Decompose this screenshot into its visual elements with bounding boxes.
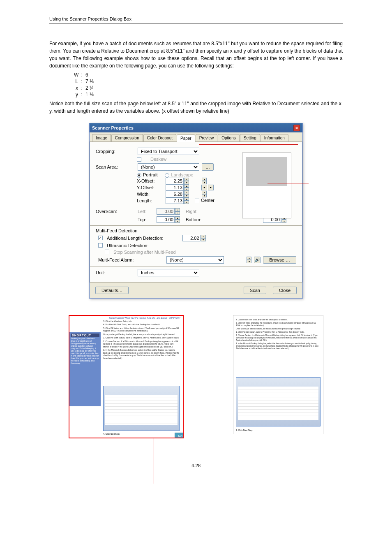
os-bottom-label: Bottom: bbox=[186, 217, 202, 222]
stop-label: Stop Scanning after Multi-Feed bbox=[113, 250, 176, 255]
overscan-label: OverScan: bbox=[96, 209, 135, 214]
thumb2-body: 4. Double-click Disk Tools, and click th… bbox=[236, 319, 321, 351]
setting-w: W:6 bbox=[74, 72, 343, 78]
tab-compression[interactable]: Compression bbox=[111, 134, 143, 141]
width-spin[interactable]: ▴▾ bbox=[166, 191, 189, 197]
os-top-label: Top: bbox=[138, 217, 154, 222]
os-left-label: Left: bbox=[138, 209, 154, 214]
cropping-label: Cropping: bbox=[96, 149, 135, 154]
xoffset-spin[interactable]: ▴▾ bbox=[166, 178, 189, 184]
browse-button[interactable]: Browse … bbox=[263, 256, 296, 264]
deskew-label: Deskew bbox=[150, 157, 166, 162]
length-label: Length: bbox=[137, 198, 161, 203]
ald-spin[interactable]: ▴▾ bbox=[182, 235, 206, 241]
ald-label: Additional Length Detection: bbox=[107, 236, 164, 241]
xoffset-label: X-Offset: bbox=[137, 178, 161, 183]
usd-checkbox[interactable] bbox=[98, 243, 103, 248]
cropped-page-thumb: tboardare ofhow thesoftwaremaking itbut … bbox=[233, 315, 323, 434]
callout-line-2 bbox=[267, 183, 309, 183]
usd-label: Ultrasonic Detection: bbox=[107, 243, 149, 248]
scroll-right-button[interactable]: ▸ bbox=[208, 185, 214, 190]
alarm-label: Multi-Feed Alarm: bbox=[98, 257, 164, 262]
tab-color-dropout[interactable]: Color Dropout bbox=[143, 134, 176, 141]
thumb-body: 3. Click the Windows Setup tab.4. Double… bbox=[103, 320, 180, 361]
tab-image[interactable]: Image bbox=[92, 134, 111, 141]
dialog-title: Scanner Properties bbox=[92, 125, 134, 130]
tab-information[interactable]: Information bbox=[261, 134, 288, 141]
scanarea-select[interactable]: (None) bbox=[138, 163, 199, 171]
unit-label: Unit: bbox=[96, 270, 135, 275]
tab-paper[interactable]: Paper bbox=[177, 134, 195, 142]
portrait-radio[interactable] bbox=[137, 173, 141, 178]
landscape-radio bbox=[165, 173, 169, 178]
tab-strip: Image Compression Color Dropout Paper Pr… bbox=[90, 132, 302, 142]
thumb2-figure bbox=[236, 377, 321, 426]
shortcut-sidebar: SHORTCUT Backing up your data harddrive … bbox=[69, 332, 101, 406]
note-paragraph: Notice both the full size scan of the pa… bbox=[49, 100, 343, 115]
original-page-thumb: Using Programs When Your PC Needs a Tune… bbox=[69, 315, 184, 438]
scroll-left-button[interactable]: ◂ bbox=[201, 185, 207, 190]
thumb-header: Using Programs When Your PC Needs a Tune… bbox=[109, 317, 180, 319]
stop-checkbox bbox=[105, 250, 109, 254]
preview-box bbox=[242, 153, 291, 218]
page-badge: 149 bbox=[175, 433, 184, 438]
header-left: Using the Scanner Properties Dialog Box bbox=[49, 16, 131, 21]
mfd-group-label: Multi-Feed Detection bbox=[96, 228, 296, 233]
thumb2-caption: 4. Click Next Step. bbox=[236, 429, 253, 431]
deskew-checkbox bbox=[137, 157, 141, 162]
thumb-caption: 4. Click Next Step. bbox=[103, 433, 120, 435]
length-spin[interactable]: ▴▾ bbox=[166, 197, 189, 204]
width-label: Width: bbox=[137, 192, 161, 197]
close-button[interactable]: Close bbox=[273, 287, 297, 294]
yoffset-spin[interactable]: ▴▾ bbox=[166, 184, 189, 191]
setting-y: y:1 ⅛ bbox=[74, 92, 343, 97]
alarm-select[interactable]: (None) bbox=[166, 256, 224, 264]
page-number: 4-28 bbox=[49, 463, 343, 468]
callout-line-1 bbox=[199, 144, 298, 145]
cropping-select[interactable]: Fixed to Transport bbox=[138, 148, 199, 155]
header-rule bbox=[49, 23, 343, 23]
center-checkbox[interactable] bbox=[195, 199, 199, 203]
tab-options[interactable]: Options bbox=[218, 134, 239, 141]
os-right-label: Right: bbox=[186, 209, 202, 214]
center-label: Center bbox=[201, 198, 214, 203]
scanarea-more-button[interactable]: … bbox=[202, 163, 214, 171]
tab-setting[interactable]: Setting bbox=[240, 134, 260, 141]
yoffset-label: Y-Offset: bbox=[137, 185, 161, 190]
scanner-properties-dialog: Scanner Properties × Image Compression C… bbox=[89, 123, 303, 299]
portrait-label: Portrait bbox=[143, 172, 157, 177]
cropped-side-strip: tboardare ofhow thesoftwaremaking itbut … bbox=[233, 328, 233, 398]
xoffset-indicator-line bbox=[154, 438, 154, 484]
scanarea-label: Scan Area: bbox=[96, 164, 135, 169]
speaker-icon[interactable]: 🔊 bbox=[254, 257, 261, 263]
thumb-figure bbox=[103, 386, 180, 431]
os-top-spin[interactable]: ▴▾ bbox=[157, 216, 180, 223]
landscape-label: Landscape bbox=[171, 172, 193, 177]
preview-crop bbox=[246, 157, 287, 186]
close-icon[interactable]: × bbox=[293, 125, 300, 131]
defaults-button[interactable]: Defaults… bbox=[95, 287, 129, 294]
ald-checkbox[interactable] bbox=[98, 236, 103, 240]
setting-x: x:2 ¼ bbox=[74, 85, 343, 91]
setting-l: L:7 ⅛ bbox=[74, 79, 343, 84]
os-left-spin: ▴▾ bbox=[157, 208, 180, 215]
unit-select[interactable]: Inches bbox=[138, 269, 199, 276]
tab-preview[interactable]: Preview bbox=[196, 134, 218, 141]
scan-button[interactable]: Scan bbox=[244, 287, 266, 294]
intro-paragraph: For example, if you have a batch of docu… bbox=[49, 40, 343, 70]
